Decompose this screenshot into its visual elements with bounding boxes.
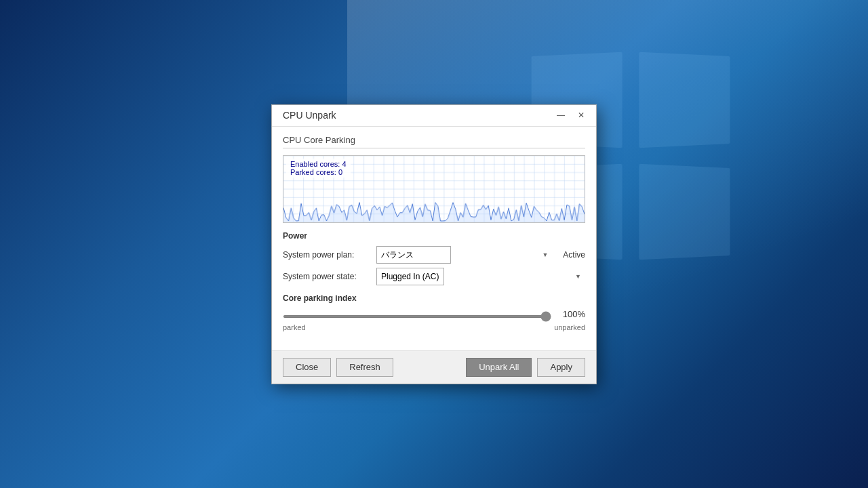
power-section: Power System power plan: バランス High perfo… [283,231,585,285]
parking-pct-label: 100% [558,309,585,319]
btn-left-group: Close Refresh [283,358,393,377]
close-button[interactable]: Close [283,358,331,377]
graph-info: Enabled cores: 4 Parked cores: 0 [286,159,351,178]
power-state-select[interactable]: Plugged In (AC) On Battery [376,268,444,285]
enabled-cores-label: Enabled cores: 4 [290,160,347,168]
power-section-label: Power [283,231,585,241]
parking-section-label: Core parking index [283,293,585,303]
unparked-label: unparked [554,323,585,331]
dialog-body: CPU Core Parking Enabled cores: 4 Parked… [272,127,596,350]
parking-slider[interactable] [283,315,551,318]
dialog-title: CPU Unpark [283,110,336,121]
apply-button[interactable]: Apply [537,358,585,377]
power-plan-select-wrapper: バランス High performance Power saver [376,246,552,264]
parking-slider-wrapper [283,308,551,321]
refresh-button[interactable]: Refresh [336,358,393,377]
window-close-button[interactable]: ✕ [572,107,591,123]
power-plan-label: System power plan: [283,250,371,260]
cpu-graph-container: Enabled cores: 4 Parked cores: 0 [283,155,585,223]
power-state-select-wrapper: Plugged In (AC) On Battery [376,268,585,285]
parked-label: parked [283,323,306,331]
power-state-label: System power state: [283,272,371,281]
slider-row: 100% [283,308,585,321]
title-bar-controls: — ✕ [551,107,591,123]
btn-right-group: Unpark All Apply [466,358,585,377]
title-bar: CPU Unpark — ✕ [272,105,596,127]
unpark-all-button[interactable]: Unpark All [466,358,532,377]
slider-labels: parked unparked [283,323,585,331]
power-plan-row: System power plan: バランス High performance… [283,246,585,264]
power-plan-status: Active [563,250,585,260]
power-state-row: System power state: Plugged In (AC) On B… [283,268,585,285]
parked-cores-label: Parked cores: 0 [290,168,347,176]
minimize-button[interactable]: — [551,107,570,123]
power-plan-select[interactable]: バランス High performance Power saver [376,246,451,264]
cpu-section-header: CPU Core Parking [283,135,585,148]
button-bar: Close Refresh Unpark All Apply [272,350,596,384]
dialog-overlay: CPU Unpark — ✕ CPU Core Parking Enabled … [0,0,868,488]
cpu-unpark-dialog: CPU Unpark — ✕ CPU Core Parking Enabled … [271,104,597,384]
parking-section: Core parking index 100% parked unparked [283,293,585,331]
